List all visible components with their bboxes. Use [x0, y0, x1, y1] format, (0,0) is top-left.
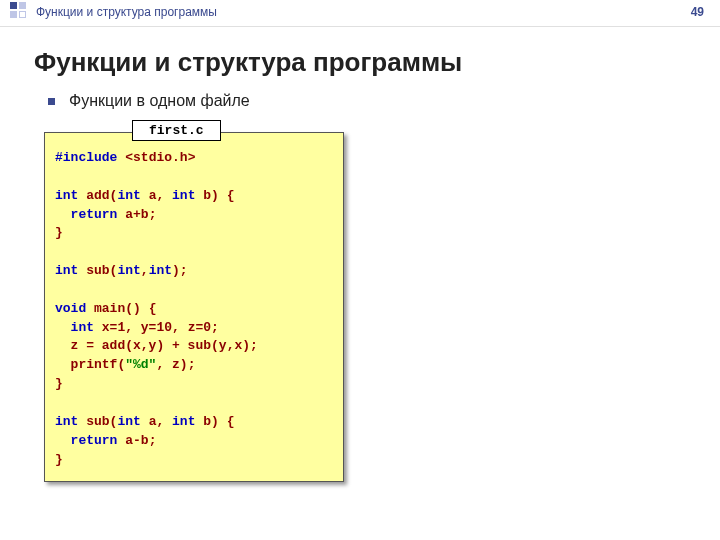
- bullet-item: Функции в одном файле: [48, 92, 720, 110]
- bullet-text: Функции в одном файле: [69, 92, 250, 110]
- page-number: 49: [691, 5, 704, 19]
- filename-label: first.c: [132, 120, 221, 141]
- code-content: #include <stdio.h> int add(int a, int b)…: [44, 132, 344, 482]
- slide-header: Функции и структура программы 49: [0, 0, 720, 27]
- main-title: Функции и структура программы: [34, 47, 720, 78]
- logo-icon: [10, 2, 28, 20]
- code-block: first.c #include <stdio.h> int add(int a…: [44, 132, 344, 482]
- header-title: Функции и структура программы: [36, 5, 217, 19]
